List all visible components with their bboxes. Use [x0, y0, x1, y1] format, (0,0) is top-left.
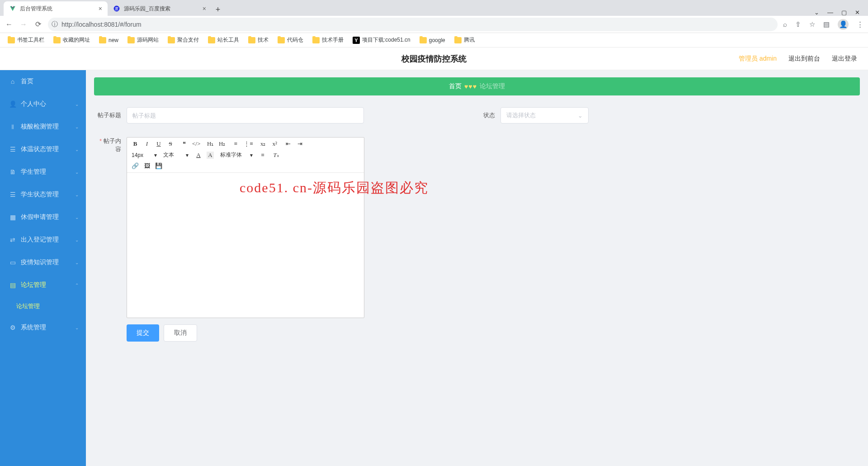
post-title-input[interactable] — [127, 107, 364, 124]
post-title-label: 帖子标题 — [94, 111, 121, 119]
post-content-label: 帖子内容 — [94, 137, 121, 153]
share-icon[interactable]: ⇧ — [795, 20, 801, 29]
reload-button[interactable]: ⟳ — [33, 20, 42, 29]
underline-button[interactable]: U — [155, 140, 162, 147]
url-input[interactable]: ⓘ http://localhost:8081/#/forum — [48, 18, 778, 31]
status-placeholder: 请选择状态 — [506, 111, 536, 119]
folder-icon — [312, 37, 320, 43]
sidebar-subitem-forum[interactable]: 论坛管理 — [0, 296, 86, 316]
profile-avatar[interactable]: 👤 — [838, 19, 849, 30]
bookmark-folder[interactable]: 代码仓 — [274, 35, 307, 45]
strike-button[interactable]: S — [167, 140, 174, 147]
bookmark-folder[interactable]: 源码网站 — [124, 35, 162, 45]
chevron-icon: ▾ — [186, 152, 189, 158]
reading-list-icon[interactable]: ▤ — [823, 20, 830, 29]
sidebar-item-system[interactable]: ⚙系统管理⌄ — [0, 316, 86, 339]
bookmark-folder[interactable]: 书签工具栏 — [5, 35, 47, 45]
bookmark-link[interactable]: Y项目下载:code51.cn — [349, 35, 414, 45]
sidebar-item-profile[interactable]: 👤个人中心⌄ — [0, 93, 86, 115]
sidebar-item-student-status[interactable]: ☰学生状态管理⌄ — [0, 183, 86, 206]
close-icon[interactable]: × — [203, 5, 206, 12]
text-type-select[interactable]: 文本▾ — [163, 151, 189, 159]
forward-button[interactable]: → — [19, 20, 28, 29]
clear-format-button[interactable]: Tₓ — [273, 152, 280, 159]
sidebar-item-students[interactable]: 🗎学生管理⌄ — [0, 161, 86, 183]
back-button[interactable]: ← — [5, 20, 14, 29]
sidebar-item-leave[interactable]: ▦休假申请管理⌄ — [0, 206, 86, 228]
bookmark-folder[interactable]: 腾讯 — [451, 35, 478, 45]
close-window-icon[interactable]: ✕ — [855, 9, 860, 16]
close-icon[interactable]: × — [99, 5, 102, 12]
browser-tab-active[interactable]: 后台管理系统 × — [4, 1, 108, 16]
bookmark-folder[interactable]: 技术 — [245, 35, 272, 45]
bookmark-folder[interactable]: new — [96, 36, 122, 45]
quote-button[interactable]: ❝ — [180, 140, 188, 147]
folder-icon — [248, 37, 255, 43]
cancel-button[interactable]: 取消 — [164, 324, 197, 342]
font-family-select[interactable]: 标准字体▾ — [220, 151, 253, 159]
bg-color-button[interactable]: A — [207, 152, 214, 159]
indent-button[interactable]: ⇥ — [297, 140, 304, 147]
search-icon[interactable]: ⌕ — [783, 20, 787, 28]
logout-front-button[interactable]: 退出到前台 — [788, 55, 820, 63]
superscript-button[interactable]: x² — [271, 140, 278, 147]
sidebar-item-forum[interactable]: ▤论坛管理⌃ — [0, 274, 86, 296]
chevron-down-icon: ⌄ — [75, 102, 79, 107]
submit-button[interactable]: 提交 — [127, 324, 159, 342]
status-select[interactable]: 请选择状态 ⌄ — [500, 107, 589, 124]
sidebar-item-access[interactable]: ⇄出入登记管理⌄ — [0, 228, 86, 251]
align-button[interactable]: ≡ — [259, 152, 266, 159]
sidebar-item-home[interactable]: ⌂首页 — [0, 70, 86, 93]
document-icon: 🗎 — [9, 168, 16, 176]
subscript-button[interactable]: x₂ — [259, 140, 267, 147]
sidebar-item-temperature[interactable]: ☰体温状态管理⌄ — [0, 138, 86, 161]
browser-tab[interactable]: 度 源码乐园_百度搜索 × — [108, 1, 212, 16]
text-color-button[interactable]: A — [195, 152, 202, 159]
bold-button[interactable]: B — [132, 140, 139, 147]
link-button[interactable]: 🔗 — [132, 162, 139, 170]
folder-icon — [454, 37, 462, 43]
new-tab-button[interactable]: + — [212, 3, 224, 16]
baidu-icon: 度 — [113, 5, 120, 12]
sidebar-item-nucleic[interactable]: ⫴核酸检测管理⌄ — [0, 115, 86, 138]
chevron-icon: ▾ — [154, 152, 157, 158]
chevron-down-icon: ⌄ — [75, 170, 79, 175]
menu-icon[interactable]: ⋮ — [857, 20, 863, 29]
minimize-icon[interactable]: — — [827, 9, 833, 16]
font-size-select[interactable]: 14px▾ — [132, 152, 157, 158]
save-button[interactable]: 💾 — [155, 162, 162, 170]
code-button[interactable]: </> — [192, 140, 200, 147]
chevron-down-icon: ⌄ — [75, 147, 79, 152]
window-controls: ⌄ — ▢ ✕ — [806, 9, 868, 16]
editor-content[interactable] — [127, 173, 364, 318]
browser-tab-strip: 后台管理系统 × 度 源码乐园_百度搜索 × + ⌄ — ▢ ✕ — [0, 0, 868, 16]
breadcrumb-home[interactable]: 首页 — [449, 82, 462, 90]
bookmark-folder[interactable]: 收藏的网址 — [50, 35, 93, 45]
sidebar-item-knowledge[interactable]: ▭疫情知识管理⌄ — [0, 251, 86, 274]
folder-icon — [208, 37, 215, 43]
bookmarks-bar: 书签工具栏 收藏的网址 new 源码网站 聚合支付 站长工具 技术 代码仓 技术… — [0, 33, 868, 48]
editor-toolbar: B I U S ❝ </> H₁ H₂ — [127, 138, 364, 173]
chevron-down-icon: ⌄ — [75, 215, 79, 220]
bookmark-folder[interactable]: 技术手册 — [309, 35, 347, 45]
site-info-icon[interactable]: ⓘ — [52, 20, 58, 29]
url-text: http://localhost:8081/#/forum — [61, 21, 142, 28]
bookmark-star-icon[interactable]: ☆ — [809, 20, 815, 29]
maximize-icon[interactable]: ▢ — [841, 9, 847, 16]
ordered-list-button[interactable]: ≡ — [232, 140, 239, 147]
logout-button[interactable]: 退出登录 — [832, 55, 857, 63]
admin-label[interactable]: 管理员 admin — [739, 55, 777, 63]
bookmark-folder[interactable]: google — [416, 36, 448, 45]
bookmark-folder[interactable]: 聚合支付 — [165, 35, 202, 45]
tab-title: 源码乐园_百度搜索 — [124, 5, 170, 13]
list-icon: ☰ — [9, 191, 16, 198]
bookmark-folder[interactable]: 站长工具 — [205, 35, 242, 45]
unordered-list-button[interactable]: ⋮≡ — [244, 140, 253, 147]
outdent-button[interactable]: ⇤ — [285, 140, 292, 147]
h1-button[interactable]: H₁ — [207, 140, 214, 147]
h2-button[interactable]: H₂ — [218, 140, 226, 147]
italic-button[interactable]: I — [143, 140, 151, 147]
folder-icon — [8, 37, 15, 43]
chevron-down-icon[interactable]: ⌄ — [814, 9, 819, 16]
image-button[interactable]: 🖼 — [143, 162, 151, 170]
